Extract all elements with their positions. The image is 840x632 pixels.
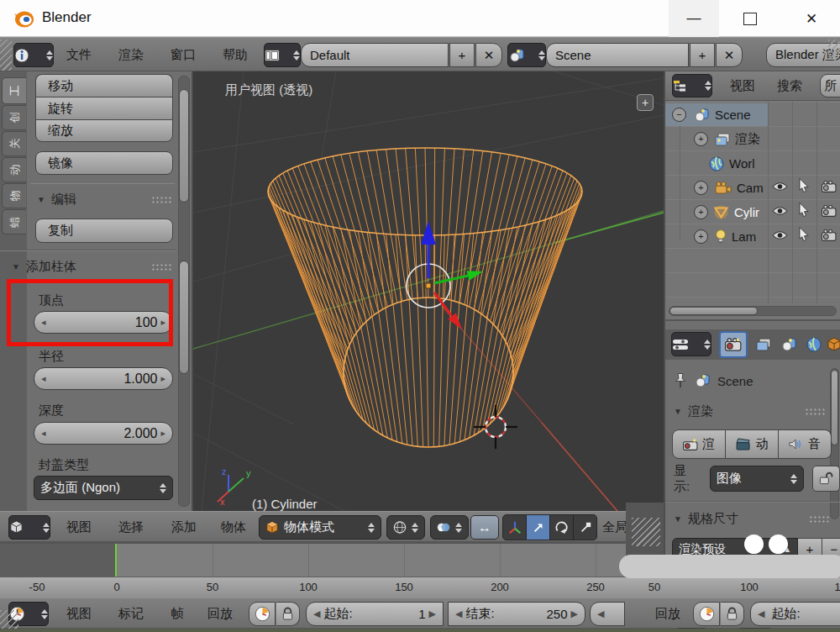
rotate-manipulator-button[interactable] bbox=[550, 514, 574, 540]
viewport-3d[interactable]: 用户视图 (透视) + z y x (1) Cylinder bbox=[193, 71, 664, 511]
radius-slider[interactable]: ◂ 1.000 ▸ bbox=[34, 367, 173, 390]
renderable-camera-icon[interactable] bbox=[822, 181, 837, 192]
timeline2-menu-playback[interactable]: 回放 bbox=[649, 598, 686, 629]
menu-select[interactable]: 选择 bbox=[113, 512, 150, 543]
current-frame-field[interactable]: ◀ bbox=[590, 602, 625, 626]
panel-drag-grip[interactable] bbox=[151, 263, 171, 271]
panel-header-edit[interactable]: ▼ 编辑 bbox=[37, 189, 171, 209]
outliner-menu-view[interactable]: 视图 bbox=[724, 71, 761, 101]
tab-create[interactable]: 创 bbox=[2, 105, 26, 130]
decrement-arrow-icon[interactable]: ◂ bbox=[41, 317, 46, 328]
scale-button[interactable]: 缩放 bbox=[35, 119, 173, 142]
timeline-menu-marker[interactable]: 标记 bbox=[113, 598, 150, 629]
editor-type-selector-outliner[interactable] bbox=[672, 74, 712, 97]
panel-drag-grip[interactable] bbox=[805, 408, 825, 415]
visibility-eye-icon[interactable] bbox=[772, 206, 788, 216]
frame-start-field[interactable]: ◀ 起始: bbox=[750, 602, 840, 626]
cursor-3d[interactable] bbox=[474, 405, 517, 449]
tab-animation[interactable]: 动 bbox=[2, 157, 26, 182]
decrement-arrow-icon[interactable]: ◀ bbox=[313, 608, 320, 619]
tab-render[interactable] bbox=[719, 331, 748, 358]
timeline2-ruler[interactable]: 50 100 1 bbox=[626, 577, 840, 598]
delete-layout-button[interactable]: ✕ bbox=[475, 43, 502, 67]
lock-frame-button[interactable] bbox=[276, 602, 300, 626]
scrollbar-thumb[interactable] bbox=[179, 89, 189, 203]
scene-selector[interactable] bbox=[507, 43, 546, 67]
tab-grease-pencil[interactable]: 蜡 bbox=[2, 209, 26, 234]
decrement-arrow-icon[interactable]: ◀ bbox=[597, 608, 604, 619]
breadcrumb-scene[interactable]: Scene bbox=[717, 374, 753, 388]
close-button[interactable]: ✕ bbox=[783, 0, 840, 37]
visibility-eye-icon[interactable] bbox=[772, 230, 788, 240]
delete-scene-button[interactable]: ✕ bbox=[716, 43, 743, 67]
menu-window[interactable]: 窗口 bbox=[165, 38, 202, 72]
display-mode-dropdown[interactable]: 图像 bbox=[710, 466, 804, 492]
increment-arrow-icon[interactable]: ▸ bbox=[160, 317, 165, 328]
lock-interface-button[interactable] bbox=[812, 466, 840, 492]
panel-header-add-cylinder[interactable]: ▼ 添加柱体 bbox=[12, 256, 171, 276]
panel-drag-grip[interactable] bbox=[151, 196, 171, 203]
pin-icon[interactable] bbox=[674, 371, 687, 390]
outliner-display-filter-dropdown[interactable]: 所 bbox=[820, 74, 840, 97]
mirror-button[interactable]: 镜像 bbox=[35, 151, 173, 175]
lock-frame-button[interactable] bbox=[721, 602, 744, 626]
sync-playback-clock-button[interactable] bbox=[249, 602, 276, 626]
menu-view[interactable]: 视图 bbox=[60, 512, 97, 543]
panel-header-dimensions[interactable]: ▼ 规格尺寸 bbox=[674, 511, 829, 527]
decrement-arrow-icon[interactable]: ◂ bbox=[41, 373, 46, 384]
editor-type-selector-info[interactable] bbox=[13, 43, 54, 67]
layout-name-field[interactable]: Default bbox=[301, 43, 449, 67]
scale-manipulator-button[interactable] bbox=[574, 514, 597, 540]
timeline-menu-playback[interactable]: 回放 bbox=[202, 598, 239, 629]
timeline-menu-frame[interactable]: 帧 bbox=[165, 598, 190, 629]
menu-render[interactable]: 渲染 bbox=[113, 38, 150, 72]
region-corner-grip[interactable] bbox=[632, 518, 660, 546]
tab-physics[interactable]: 物 bbox=[2, 183, 26, 208]
manipulator-axis-button[interactable] bbox=[502, 514, 527, 540]
frame-end-field[interactable]: ◀ 结束: 250 ▶ bbox=[448, 602, 585, 626]
visibility-eye-icon[interactable] bbox=[772, 182, 788, 192]
tab-render-layers[interactable] bbox=[751, 333, 776, 356]
region-grip[interactable] bbox=[0, 40, 12, 71]
pivot-point-dropdown[interactable] bbox=[430, 515, 469, 540]
increment-arrow-icon[interactable]: ▶ bbox=[571, 608, 578, 619]
panel-drag-grip[interactable] bbox=[809, 515, 829, 523]
editor-type-selector-properties[interactable] bbox=[671, 332, 711, 356]
outliner-row-camera[interactable]: + Cam bbox=[665, 176, 768, 199]
panel-header-render[interactable]: ▼ 渲染 bbox=[674, 403, 825, 419]
scrollbar-thumb[interactable] bbox=[179, 261, 189, 374]
cap-fill-type-dropdown[interactable]: 多边面 (Ngon) bbox=[34, 476, 173, 500]
frame-start-field[interactable]: ◀ 起始: 1 ▶ bbox=[306, 602, 444, 626]
duplicate-button[interactable]: 复制 bbox=[35, 219, 173, 243]
expand-toggle[interactable]: + bbox=[694, 229, 708, 244]
translate-manipulator-button[interactable] bbox=[527, 514, 550, 540]
add-scene-button[interactable]: + bbox=[690, 43, 715, 67]
decrement-arrow-icon[interactable]: ◀ bbox=[758, 608, 764, 619]
renderable-camera-icon[interactable] bbox=[822, 229, 837, 241]
outliner-row-render-layers[interactable]: + 渲染 bbox=[665, 128, 768, 150]
screen-layout-selector[interactable] bbox=[264, 43, 301, 67]
renderable-camera-icon[interactable] bbox=[822, 205, 837, 217]
outliner-row-lamp[interactable]: + Lam bbox=[665, 225, 768, 248]
selectable-pointer-icon[interactable] bbox=[799, 227, 809, 241]
increment-arrow-icon[interactable]: ▸ bbox=[160, 428, 165, 439]
menu-add[interactable]: 添加 bbox=[165, 512, 202, 543]
collapse-toggle[interactable]: − bbox=[672, 108, 686, 122]
timeline-menu-view[interactable]: 视图 bbox=[60, 598, 97, 629]
outliner-row-cylinder[interactable]: + Cylir bbox=[665, 201, 768, 224]
outliner-menu-search[interactable]: 搜索 bbox=[771, 71, 808, 101]
scrollbar-thumb[interactable] bbox=[831, 370, 838, 445]
minimize-button[interactable]: — bbox=[669, 0, 719, 37]
tab-object[interactable] bbox=[827, 333, 840, 356]
expand-toggle[interactable]: + bbox=[694, 205, 708, 219]
editor-type-selector-3dview[interactable] bbox=[8, 515, 50, 540]
current-frame-indicator[interactable] bbox=[115, 544, 117, 578]
scene-name-field[interactable]: Scene bbox=[546, 43, 689, 67]
scrollbar-thumb[interactable] bbox=[669, 307, 758, 315]
expand-toggle[interactable]: + bbox=[694, 181, 708, 195]
tab-tools[interactable]: 工 bbox=[2, 77, 26, 104]
rotate-button[interactable]: 旋转 bbox=[35, 97, 173, 119]
outliner-row-world[interactable]: Worl bbox=[665, 152, 768, 175]
decrement-arrow-icon[interactable]: ◂ bbox=[41, 428, 46, 439]
viewport-shading-dropdown[interactable] bbox=[386, 515, 425, 540]
